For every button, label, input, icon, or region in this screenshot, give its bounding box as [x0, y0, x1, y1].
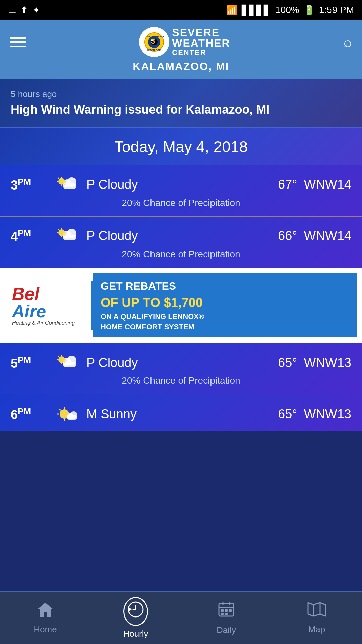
- weather-icon-6pm: [54, 404, 81, 424]
- partly-cloudy-icon-5pm: [54, 354, 81, 372]
- logo-text-block: SEVERE WEATHER CENTER: [172, 27, 230, 57]
- weather-precip-4pm: 20% Chance of Precipitation: [11, 249, 351, 264]
- weather-icon-5pm: [54, 353, 81, 373]
- time-display: 1:59 PM: [319, 5, 354, 15]
- weather-row-main-3pm: 3PM P Cloudy 67° WNW14: [11, 175, 351, 195]
- weather-row-3pm[interactable]: 3PM P Cloudy 67° WNW14 2: [0, 165, 362, 217]
- svg-line-35: [58, 356, 59, 357]
- svg-rect-46: [67, 415, 77, 420]
- nav-daily-label: Daily: [217, 625, 236, 635]
- weather-time-5pm: 5PM: [11, 355, 54, 371]
- battery-percent: 100%: [275, 5, 299, 15]
- partly-cloudy-icon-3pm: [54, 175, 81, 194]
- calendar-svg: [218, 601, 235, 618]
- weather-desc-4pm: P Cloudy: [86, 229, 278, 243]
- weather-row-4pm[interactable]: 4PM P Cloudy 66° WNW14 2: [0, 217, 362, 268]
- weather-temp-3pm: 67°: [278, 177, 297, 192]
- weather-time-6pm: 6PM: [11, 406, 54, 422]
- map-svg: [307, 601, 326, 618]
- signal-icon: ▋▋▋▋: [242, 5, 271, 16]
- weather-desc-3pm: P Cloudy: [86, 177, 278, 192]
- hourly-svg: [127, 601, 144, 618]
- header-top-row: WWMT.COM NEWSCHANNEL 3 SEVERE WEATHER CE…: [10, 27, 352, 57]
- svg-line-15: [58, 178, 59, 179]
- svg-line-25: [58, 229, 59, 230]
- nav-map[interactable]: Map: [272, 592, 362, 644]
- image-icon: ⚊: [8, 5, 16, 16]
- nav-map-label: Map: [308, 624, 325, 635]
- weather-precip-5pm: 20% Chance of Precipitation: [11, 375, 351, 390]
- map-icon: [307, 601, 326, 622]
- svg-marker-60: [308, 603, 325, 616]
- ad-brand-sub: Heating & Air Conditioning: [12, 320, 75, 326]
- weather-desc-5pm: P Cloudy: [86, 356, 278, 370]
- nav-hourly[interactable]: Hourly: [90, 592, 181, 644]
- logo-eye-svg: WWMT.COM NEWSCHANNEL 3: [144, 32, 164, 52]
- status-icons-right: 📶 ▋▋▋▋ 100% 🔋 1:59 PM: [226, 5, 354, 16]
- weather-temp-5pm: 65°: [278, 356, 297, 370]
- weather-wind-5pm: WNW13: [304, 356, 351, 370]
- ad-brand-bel: Bel: [12, 285, 39, 303]
- weather-wind-4pm: WNW14: [304, 229, 351, 243]
- svg-line-42: [59, 409, 61, 410]
- date-header: Today, May 4, 2018: [0, 128, 362, 165]
- svg-rect-58: [221, 613, 224, 615]
- battery-icon: 🔋: [303, 5, 315, 16]
- svg-text:NEWSCHANNEL: NEWSCHANNEL: [147, 35, 164, 38]
- alert-time: 5 hours ago: [11, 89, 351, 99]
- weather-row-5pm[interactable]: 5PM P Cloudy 65° WNW13 2: [0, 343, 362, 394]
- svg-rect-55: [221, 609, 224, 612]
- weather-desc-6pm: M Sunny: [86, 407, 278, 421]
- upload-icon: ⬆: [20, 5, 28, 16]
- nav-home[interactable]: Home: [0, 592, 90, 644]
- svg-rect-59: [225, 613, 228, 615]
- weather-row-6pm[interactable]: 6PM M Sunny 65° WNW13: [0, 394, 362, 431]
- logo-center: CENTER: [172, 48, 206, 57]
- home-svg: [37, 601, 54, 618]
- ad-copy-right: GET REBATES OF UP TO $1,700 ON A QUALIFY…: [93, 273, 357, 338]
- logo-weather: WEATHER: [172, 38, 230, 48]
- weather-temp-4pm: 66°: [278, 229, 297, 243]
- location-label: KALAMAZOO, MI: [133, 60, 229, 73]
- svg-text:WWMT.COM: WWMT.COM: [147, 49, 161, 51]
- hourly-icon: [123, 597, 148, 626]
- alert-message: High Wind Warning issued for Kalamazoo, …: [11, 102, 351, 118]
- alert-banner[interactable]: 5 hours ago High Wind Warning issued for…: [0, 79, 362, 128]
- svg-point-10: [58, 178, 65, 185]
- ad-brand-aire: Aire: [12, 303, 46, 320]
- weather-row-main-4pm: 4PM P Cloudy 66° WNW14: [11, 226, 351, 246]
- svg-point-20: [58, 229, 65, 236]
- home-icon: [37, 601, 54, 622]
- app-logo: WWMT.COM NEWSCHANNEL 3 SEVERE WEATHER CE…: [139, 27, 230, 57]
- weather-wind-3pm: WNW14: [304, 177, 351, 192]
- app-header: WWMT.COM NEWSCHANNEL 3 SEVERE WEATHER CE…: [0, 20, 362, 79]
- nav-home-label: Home: [34, 624, 57, 635]
- weather-precip-3pm: 20% Chance of Precipitation: [11, 198, 351, 212]
- logo-severe: SEVERE: [172, 27, 220, 38]
- svg-marker-50: [129, 607, 132, 611]
- bottom-nav: Home Hourly: [0, 591, 362, 644]
- sparkle-icon: ✦: [32, 5, 40, 16]
- svg-point-30: [58, 356, 65, 363]
- status-bar: ⚊ ⬆ ✦ 📶 ▋▋▋▋ 100% 🔋 1:59 PM: [0, 0, 362, 20]
- weather-temp-6pm: 65°: [278, 407, 297, 421]
- weather-time-3pm: 3PM: [11, 177, 54, 193]
- wifi-icon: 📶: [226, 5, 238, 16]
- nav-hourly-label: Hourly: [123, 629, 148, 639]
- ad-detail: ON A QUALIFYING LENNOX® HOME COMFORT SYS…: [101, 312, 349, 332]
- status-icons-left: ⚊ ⬆ ✦: [8, 5, 40, 16]
- content-scroll[interactable]: 5 hours ago High Wind Warning issued for…: [0, 79, 362, 644]
- weather-time-4pm: 4PM: [11, 228, 54, 244]
- svg-rect-56: [225, 609, 228, 612]
- menu-button[interactable]: [10, 37, 26, 47]
- ad-banner[interactable]: Bel Aire Heating & Air Conditioning GET …: [0, 268, 362, 343]
- search-button[interactable]: ⌕: [343, 34, 352, 50]
- weather-row-main-6pm: 6PM M Sunny 65° WNW13: [11, 404, 351, 424]
- daily-icon: [218, 601, 235, 622]
- ad-logo-left: Bel Aire Heating & Air Conditioning: [5, 281, 93, 330]
- svg-rect-57: [229, 609, 232, 612]
- nav-daily[interactable]: Daily: [181, 592, 272, 644]
- weather-icon-3pm: [54, 175, 81, 195]
- svg-marker-47: [37, 603, 53, 617]
- date-text: Today, May 4, 2018: [114, 138, 248, 155]
